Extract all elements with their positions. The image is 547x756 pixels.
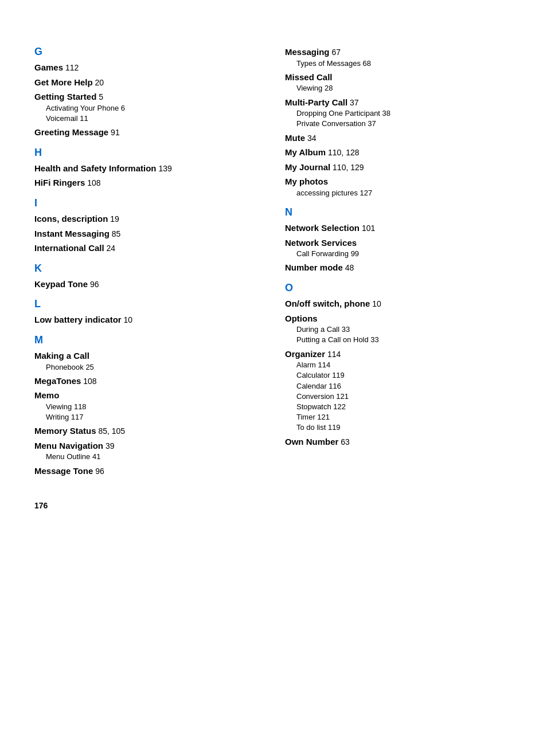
index-entry: Messaging 67Types of Messages 68 bbox=[285, 46, 513, 69]
entry-title: Organizer 114 bbox=[285, 349, 341, 359]
entry-page: 110, 128 bbox=[326, 148, 359, 157]
entry-page: 5 bbox=[96, 92, 103, 101]
sub-entry: During a Call 33 bbox=[285, 324, 513, 335]
index-entry: On/off switch, phone 10 bbox=[285, 297, 513, 310]
entry-page: 96 bbox=[93, 467, 104, 476]
index-entry: Number mode 48 bbox=[285, 261, 513, 274]
entry-title: HiFi Ringers 108 bbox=[34, 178, 101, 187]
entry-title: Memo bbox=[34, 390, 59, 400]
section-letter-o: O bbox=[285, 282, 513, 294]
sub-entry: Timer 121 bbox=[285, 412, 513, 422]
index-entry: Icons, description 19 bbox=[34, 213, 262, 225]
entry-page: 10 bbox=[370, 299, 381, 308]
index-entry: Memory Status 85, 105 bbox=[34, 425, 262, 437]
entry-page: 24 bbox=[104, 244, 115, 253]
entry-page: 112 bbox=[63, 63, 79, 72]
entry-title: Games 112 bbox=[34, 62, 79, 72]
sub-entry: Calendar 116 bbox=[285, 381, 513, 391]
entry-title: Keypad Tone 96 bbox=[34, 279, 99, 289]
entry-title: Getting Started 5 bbox=[34, 92, 103, 101]
index-entry: Keypad Tone 96 bbox=[34, 278, 262, 291]
sub-entry: Conversion 121 bbox=[285, 391, 513, 402]
entry-title: Memory Status 85, 105 bbox=[34, 426, 125, 436]
entry-title: Icons, description 19 bbox=[34, 214, 119, 224]
entry-page: 39 bbox=[103, 441, 114, 451]
index-entry: OptionsDuring a Call 33Putting a Call on… bbox=[285, 312, 513, 346]
entry-title: Number mode 48 bbox=[285, 263, 354, 272]
entry-page: 85, 105 bbox=[96, 426, 126, 436]
entry-title: Options bbox=[285, 314, 318, 323]
sub-entry: Writing 117 bbox=[34, 412, 262, 422]
entry-page: 10 bbox=[122, 315, 132, 324]
index-entry: Instant Messaging 85 bbox=[34, 228, 262, 240]
entry-page: 85 bbox=[110, 229, 120, 238]
section-letter-h: H bbox=[34, 147, 262, 159]
index-entry: My photosaccessing pictures 127 bbox=[285, 175, 513, 198]
sub-entry: Putting a Call on Hold 33 bbox=[285, 335, 513, 345]
index-entry: MegaTones 108 bbox=[34, 375, 262, 387]
entry-title: On/off switch, phone 10 bbox=[285, 299, 381, 308]
entry-page: 67 bbox=[330, 48, 341, 57]
section-letter-k: K bbox=[34, 263, 262, 275]
sub-entry: Stopwatch 122 bbox=[285, 402, 513, 412]
section-letter-m: M bbox=[34, 334, 262, 346]
sub-entry: Phonebook 25 bbox=[34, 362, 262, 373]
entry-page: 34 bbox=[305, 134, 316, 143]
index-entry: MemoViewing 118Writing 117 bbox=[34, 389, 262, 422]
entry-title: Instant Messaging 85 bbox=[34, 229, 120, 238]
entry-page: 37 bbox=[347, 98, 358, 107]
sub-entry: To do list 119 bbox=[285, 422, 513, 433]
entry-page: 96 bbox=[88, 280, 99, 289]
index-entry: Mute 34 bbox=[285, 132, 513, 144]
sub-entry: Alarm 114 bbox=[285, 360, 513, 370]
column-1: Messaging 67Types of Messages 68Missed C… bbox=[285, 46, 513, 478]
entry-title: Network Services bbox=[285, 238, 357, 248]
entry-title: My Album 110, 128 bbox=[285, 147, 360, 157]
sub-entry: Dropping One Participant 38 bbox=[285, 108, 513, 119]
index-entry: Organizer 114Alarm 114Calculator 119Cale… bbox=[285, 348, 513, 433]
column-0: GGames 112Get More Help 20Getting Starte… bbox=[34, 46, 262, 478]
sub-entry: Call Forwarding 99 bbox=[285, 249, 513, 259]
sub-entry: Activating Your Phone 6 bbox=[34, 103, 262, 113]
entry-page: 48 bbox=[343, 263, 354, 272]
index-entry: Own Number 63 bbox=[285, 436, 513, 448]
entry-title: My photos bbox=[285, 177, 328, 186]
entry-title: Get More Help 20 bbox=[34, 77, 104, 87]
entry-title: Own Number 63 bbox=[285, 437, 350, 446]
entry-title: Messaging 67 bbox=[285, 47, 341, 57]
entry-title: Mute 34 bbox=[285, 133, 316, 143]
index-entry: My Journal 110, 129 bbox=[285, 161, 513, 174]
entry-title: International Call 24 bbox=[34, 243, 115, 253]
entry-page: 139 bbox=[157, 164, 172, 173]
page-number: 176 bbox=[34, 501, 513, 510]
index-entry: Menu Navigation 39Menu Outline 41 bbox=[34, 440, 262, 463]
entry-title: Message Tone 96 bbox=[34, 466, 104, 476]
index-entry: Health and Safety Information 139 bbox=[34, 162, 262, 175]
entry-title: Making a Call bbox=[34, 351, 89, 361]
section-letter-n: N bbox=[285, 206, 513, 218]
entry-page: 110, 129 bbox=[330, 163, 364, 172]
entry-title: Menu Navigation 39 bbox=[34, 441, 114, 451]
index-entry: Getting Started 5Activating Your Phone 6… bbox=[34, 91, 262, 124]
entry-page: 101 bbox=[360, 224, 375, 233]
entry-title: Greeting Message 91 bbox=[34, 127, 120, 137]
index-entry: Greeting Message 91 bbox=[34, 126, 262, 139]
page-layout: GGames 112Get More Help 20Getting Starte… bbox=[34, 46, 513, 478]
entry-page: 114 bbox=[325, 350, 341, 359]
entry-title: Network Selection 101 bbox=[285, 223, 375, 233]
index-entry: Making a CallPhonebook 25 bbox=[34, 350, 262, 373]
sub-entry: Voicemail 11 bbox=[34, 113, 262, 124]
index-entry: Get More Help 20 bbox=[34, 76, 262, 89]
index-entry: Message Tone 96 bbox=[34, 465, 262, 477]
index-entry: HiFi Ringers 108 bbox=[34, 177, 262, 189]
entry-page: 63 bbox=[338, 437, 349, 446]
sub-entry: accessing pictures 127 bbox=[285, 188, 513, 198]
section-letter-l: L bbox=[34, 298, 262, 310]
sub-entry: Menu Outline 41 bbox=[34, 452, 262, 462]
entry-page: 108 bbox=[85, 178, 100, 187]
sub-entry: Types of Messages 68 bbox=[285, 58, 513, 69]
entry-page: 108 bbox=[81, 377, 96, 386]
sub-entry: Viewing 118 bbox=[34, 402, 262, 412]
index-entry: Network Selection 101 bbox=[285, 222, 513, 234]
index-entry: My Album 110, 128 bbox=[285, 146, 513, 159]
